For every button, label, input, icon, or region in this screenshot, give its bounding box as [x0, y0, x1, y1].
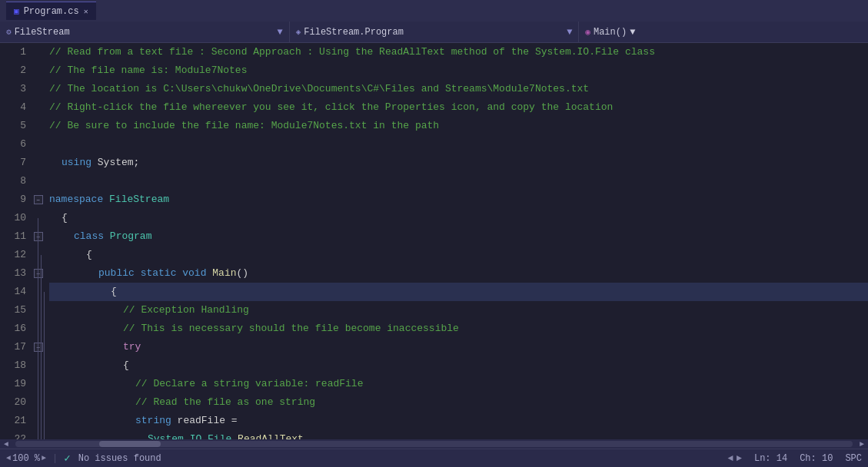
scroll-track[interactable] [15, 441, 853, 447]
tab-label: Program.cs [24, 6, 79, 17]
status-ok-icon: ✓ [64, 452, 70, 465]
code-line-8 [49, 172, 868, 190]
line-num-9: 9 [6, 190, 26, 209]
method-dropdown[interactable]: ◉ Main() ▼ [579, 22, 868, 42]
comment-16: // This is necessary should the file bec… [49, 320, 459, 338]
type-system: System [148, 430, 184, 439]
status-bar: ◄ 100 % ► | ✓ No issues found ◄ ► Ln: 14… [0, 449, 868, 467]
comment-3: // The location is C:\Users\chukw\OneDri… [49, 80, 589, 98]
line-num-2: 2 [6, 61, 26, 80]
editor-area: 1 2 3 4 5 6 7 8 9 10 11 12 13 14 15 16 1… [0, 43, 868, 439]
fold-gutter: − − − − [32, 43, 46, 439]
code-lines: // Read from a text file : Second Approa… [49, 43, 868, 439]
zoom-control[interactable]: ◄ 100 % ► [6, 453, 46, 464]
keyword-namespace: namespace [49, 190, 103, 209]
line-num-20: 20 [6, 393, 26, 412]
code-line-14: { [49, 283, 868, 301]
plain-7: System; [91, 154, 139, 172]
code-line-17: try [49, 338, 868, 356]
class-icon: ◈ [296, 27, 301, 37]
zoom-right-icon[interactable]: ► [42, 454, 46, 462]
type-io: IO [190, 430, 202, 439]
line-num-4: 4 [6, 98, 26, 117]
keyword-public: public [98, 264, 135, 283]
method-chevron: ▼ [630, 27, 635, 38]
comment-19: // Declare a string variable: readFile [49, 375, 363, 393]
plain-22a: . [184, 430, 190, 439]
code-line-6 [49, 135, 868, 154]
class-label: FileStream.Program [304, 27, 404, 38]
plain-13d: () [237, 264, 249, 283]
brace-18: { [49, 356, 129, 375]
nav-arrows[interactable]: ◄ ► [728, 453, 742, 464]
keyword-class: class [74, 227, 104, 246]
code-line-15: // Exception Handling [49, 301, 868, 320]
line-num-12: 12 [6, 246, 26, 264]
code-line-20: // Read the file as one string [49, 393, 868, 412]
keyword-string: string [135, 412, 171, 430]
scroll-thumb[interactable] [99, 441, 161, 447]
method-readalltext: ReadAllText [238, 430, 304, 439]
zoom-left-icon[interactable]: ◄ [6, 454, 11, 462]
line-num-10: 10 [6, 209, 26, 227]
namespace-icon: ⚙ [6, 27, 12, 37]
fold-line-method [44, 292, 45, 439]
code-editor[interactable]: // Read from a text file : Second Approa… [46, 43, 868, 439]
code-line-5: // Be sure to include the file name: Mod… [49, 117, 868, 135]
line-num-21: 21 [6, 412, 26, 430]
status-text: No issues found [78, 453, 161, 464]
comment-4: // Right-click the file whereever you se… [49, 98, 613, 117]
fold-marker-17[interactable]: − [34, 343, 43, 352]
line-num-1: 1 [6, 43, 26, 61]
plain-11a [104, 227, 110, 246]
title-bar: ▣ Program.cs ✕ [0, 0, 868, 22]
plain-22b: . [201, 430, 208, 439]
plain-13b [176, 264, 182, 283]
nav-left-icon[interactable]: ◄ [728, 453, 733, 464]
file-tab[interactable]: ▣ Program.cs ✕ [6, 2, 96, 20]
code-line-3: // The location is C:\Users\chukw\OneDri… [49, 80, 868, 98]
fold-marker-11[interactable]: − [34, 232, 43, 241]
code-line-16: // This is necessary should the file bec… [49, 320, 868, 338]
line-num-8: 8 [6, 172, 26, 190]
line-num-3: 3 [6, 80, 26, 98]
code-line-18: { [49, 356, 868, 375]
horizontal-scrollbar[interactable]: ◄ ► [0, 439, 868, 449]
code-line-21: string readFile = [49, 412, 868, 430]
code-line-22: System . IO . File . ReadAllText ... [49, 430, 868, 439]
class-name: Program [110, 227, 152, 246]
comment-2: // The file name is: Module7Notes [49, 61, 247, 80]
line-num-17: 17 [6, 338, 26, 356]
namespace-label: FileStream [15, 27, 70, 38]
nav-right-icon[interactable]: ► [737, 453, 742, 464]
keyword-static: static [141, 264, 177, 283]
line-num-19: 19 [6, 375, 26, 393]
zoom-label: 100 % [12, 453, 40, 464]
class-dropdown[interactable]: ◈ FileStream.Program ▼ [290, 22, 580, 42]
tab-close-button[interactable]: ✕ [84, 7, 88, 16]
plain-22d: ... [304, 430, 321, 439]
line-num-5: 5 [6, 117, 26, 135]
code-line-11: class Program [49, 227, 868, 246]
status-right: ◄ ► Ln: 14 Ch: 10 SPC [728, 453, 862, 464]
namespace-name: FileStream [109, 190, 169, 209]
code-line-1: // Read from a text file : Second Approa… [49, 43, 868, 61]
fold-marker-13[interactable]: − [34, 269, 43, 278]
comment-5: // Be sure to include the file name: Mod… [49, 117, 439, 135]
fold-marker-9[interactable]: − [34, 195, 43, 204]
code-line-10: { [49, 209, 868, 227]
line-num-18: 18 [6, 356, 26, 375]
plain-22c: . [231, 430, 238, 439]
brace-14: { [49, 283, 117, 301]
comment-20: // Read the file as one string [49, 393, 315, 412]
brace-10: { [49, 209, 68, 227]
method-main: Main [212, 264, 236, 283]
namespace-dropdown[interactable]: ⚙ FileStream ▼ [0, 22, 290, 42]
plain-9 [103, 190, 109, 209]
line-num-14: 14 [6, 283, 26, 301]
line-num-11: 11 [6, 227, 26, 246]
line-num-7: 7 [6, 154, 26, 172]
code-line-12: { [49, 246, 868, 264]
fold-line-namespace [38, 218, 38, 439]
code-line-2: // The file name is: Module7Notes [49, 61, 868, 80]
